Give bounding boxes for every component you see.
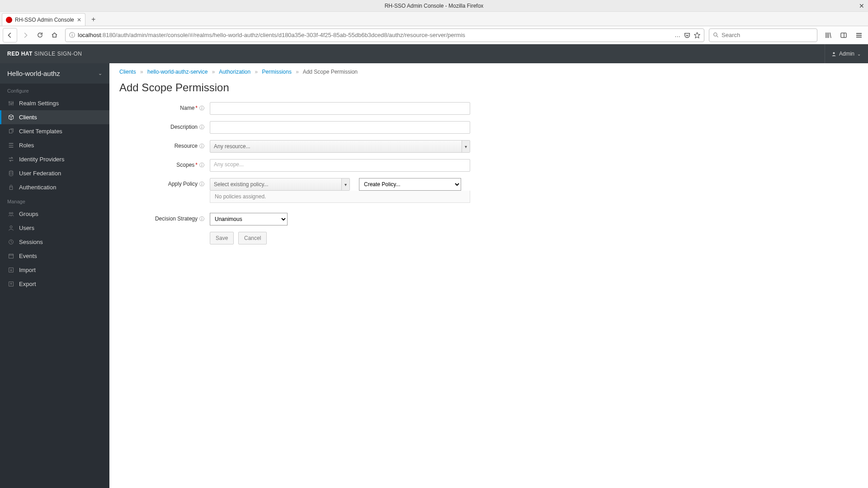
svg-rect-1: [841, 33, 846, 38]
breadcrumb-authorization[interactable]: Authorization: [219, 69, 250, 75]
sidebar-item-user-federation[interactable]: User Federation: [0, 166, 109, 180]
svg-point-2: [833, 52, 835, 54]
existing-policy-placeholder: Select existing policy...: [214, 181, 269, 188]
home-button[interactable]: [48, 29, 61, 42]
label-resource: Resourceⓘ: [119, 140, 210, 150]
scopes-input[interactable]: Any scope...: [210, 159, 470, 172]
forward-button[interactable]: [19, 29, 32, 42]
svg-rect-5: [9, 187, 13, 190]
sidebar-item-label: Groups: [19, 211, 38, 217]
tab-close-button[interactable]: ✕: [77, 17, 81, 23]
home-icon: [51, 32, 58, 38]
browser-tab[interactable]: RH-SSO Admin Console ✕: [2, 13, 85, 26]
url-rest: :8180/auth/admin/master/console/#/realms…: [101, 32, 465, 38]
breadcrumb-current: Add Scope Permission: [303, 69, 358, 75]
window-close-button[interactable]: ✕: [859, 0, 864, 12]
scopes-placeholder: Any scope...: [214, 161, 244, 168]
clock-icon: [7, 239, 14, 245]
url-bar[interactable]: ⓘ localhost:8180/auth/admin/master/conso…: [65, 28, 704, 42]
save-button[interactable]: Save: [210, 232, 234, 244]
page-actions-button[interactable]: …: [675, 32, 680, 38]
redhat-favicon: [6, 17, 12, 23]
sidebar-item-roles[interactable]: Roles: [0, 138, 109, 152]
bookmark-button[interactable]: [694, 32, 700, 38]
breadcrumb-sep: »: [296, 69, 299, 75]
label-description: Descriptionⓘ: [119, 121, 210, 131]
browser-tab-strip: RH-SSO Admin Console ✕ +: [0, 12, 868, 26]
existing-policy-select[interactable]: Select existing policy... ▾: [210, 178, 350, 191]
brand-redhat: RED HAT: [7, 51, 33, 57]
decision-strategy-select[interactable]: Unanimous: [210, 213, 288, 225]
info-icon[interactable]: ⓘ: [69, 31, 75, 39]
breadcrumb-clients[interactable]: Clients: [119, 69, 136, 75]
sidebar-item-label: Roles: [19, 142, 34, 149]
svg-point-4: [9, 171, 13, 172]
help-icon[interactable]: ⓘ: [199, 181, 204, 187]
library-button[interactable]: [822, 29, 835, 42]
label-apply-policy: Apply Policyⓘ: [119, 178, 210, 188]
sidebar-item-events[interactable]: Events: [0, 249, 109, 263]
cube-icon: [7, 114, 14, 120]
breadcrumb-permissions[interactable]: Permissions: [262, 69, 292, 75]
browser-search-bar[interactable]: [709, 28, 817, 42]
sidebar-item-client-templates[interactable]: Client Templates: [0, 124, 109, 138]
sidebar-icon: [840, 32, 847, 39]
chevron-down-icon: ▾: [462, 141, 470, 152]
help-icon[interactable]: ⓘ: [199, 162, 204, 168]
star-icon: [694, 32, 700, 38]
svg-point-8: [10, 226, 12, 228]
breadcrumb-service[interactable]: hello-world-authz-service: [147, 69, 208, 75]
window-titlebar: RH-SSO Admin Console - Mozilla Firefox ✕: [0, 0, 868, 12]
calendar-icon: [7, 253, 14, 259]
sidebar-item-label: Client Templates: [19, 128, 62, 135]
sidebar-item-authentication[interactable]: Authentication: [0, 180, 109, 194]
back-button[interactable]: [3, 28, 17, 42]
description-input[interactable]: [210, 121, 470, 134]
new-tab-button[interactable]: +: [87, 13, 100, 26]
user-icon: [7, 225, 14, 231]
breadcrumb-sep: »: [255, 69, 258, 75]
help-icon[interactable]: ⓘ: [199, 143, 204, 149]
sidebar-item-import[interactable]: Import: [0, 263, 109, 277]
user-icon: [831, 52, 836, 56]
sliders-icon: [7, 100, 14, 106]
sidebar-item-sessions[interactable]: Sessions: [0, 235, 109, 249]
name-input[interactable]: [210, 102, 470, 115]
no-policies-message: No policies assigned.: [210, 191, 470, 203]
reload-icon: [37, 32, 43, 38]
sidebar-item-users[interactable]: Users: [0, 221, 109, 235]
brand-logo[interactable]: RED HAT SINGLE SIGN-ON: [7, 51, 82, 57]
resource-select[interactable]: Any resource... ▾: [210, 140, 470, 153]
sidebar-item-realm-settings[interactable]: Realm Settings: [0, 96, 109, 110]
realm-selector[interactable]: Hello-world-authz ⌄: [0, 63, 109, 84]
sidebar-item-export[interactable]: Export: [0, 277, 109, 291]
browser-search-input[interactable]: [722, 32, 813, 38]
user-menu[interactable]: Admin ⌄: [825, 44, 861, 63]
sidebar-section-manage: Manage: [0, 194, 109, 207]
menu-button[interactable]: [853, 29, 865, 42]
cancel-button[interactable]: Cancel: [238, 232, 267, 244]
sidebar-item-label: Users: [19, 225, 34, 231]
sidebar-item-groups[interactable]: Groups: [0, 207, 109, 221]
svg-point-0: [714, 33, 717, 36]
realm-name: Hello-world-authz: [7, 70, 60, 77]
sidebar-item-label: Export: [19, 281, 36, 287]
label-name: Name*ⓘ: [119, 102, 210, 112]
sidebar-item-identity-providers[interactable]: Identity Providers: [0, 152, 109, 166]
main-content: Clients » hello-world-authz-service » Au…: [109, 63, 868, 488]
sidebar-item-label: Clients: [19, 114, 37, 121]
copy-icon: [7, 128, 14, 134]
reload-button[interactable]: [33, 29, 46, 42]
sidebar-item-clients[interactable]: Clients: [0, 110, 109, 124]
help-icon[interactable]: ⓘ: [199, 124, 204, 130]
sidebar-toggle-button[interactable]: [837, 29, 850, 42]
tab-title: RH-SSO Admin Console: [15, 17, 74, 23]
sidebar-item-label: Realm Settings: [19, 100, 59, 107]
library-icon: [825, 32, 832, 39]
browser-toolbar: ⓘ localhost:8180/auth/admin/master/conso…: [0, 26, 868, 44]
pocket-button[interactable]: [684, 32, 690, 38]
sidebar-item-label: Events: [19, 253, 37, 259]
help-icon[interactable]: ⓘ: [199, 105, 204, 111]
help-icon[interactable]: ⓘ: [199, 216, 204, 221]
create-policy-select[interactable]: Create Policy...: [359, 178, 461, 191]
